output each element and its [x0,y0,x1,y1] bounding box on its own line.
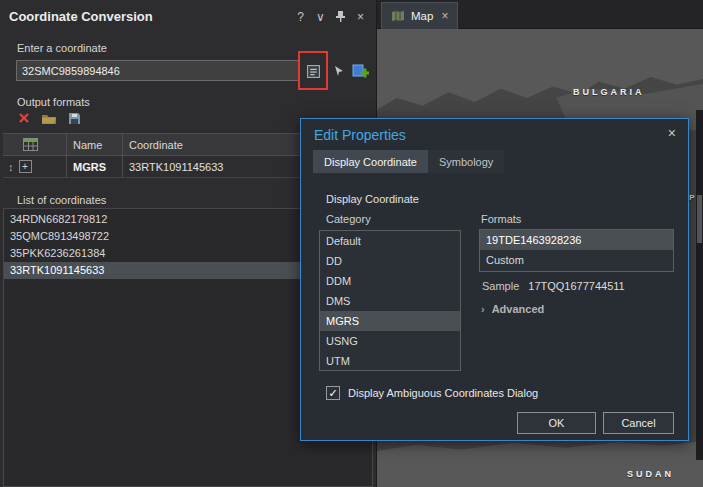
pin-icon [335,10,346,23]
table-fields-icon[interactable] [23,138,38,151]
map-tab-close-button[interactable]: × [441,9,448,23]
map-label-bulgaria: BULGARIA [573,87,645,97]
map-land-africa [377,439,703,487]
view-tab-bar: Map × [377,0,703,29]
output-formats-toolbar [15,110,83,126]
dialog-tab-strip: Display Coordinate Symbology [313,150,504,173]
map-pointer-icon [332,64,346,78]
add-coordinate-button[interactable] [350,61,371,81]
help-button[interactable]: ? [292,8,309,25]
delete-x-icon [18,112,30,124]
panel-title: Coordinate Conversion [9,9,153,24]
save-formats-button[interactable] [65,110,83,126]
reorder-handle-icon[interactable]: ↕ [8,161,14,173]
coordinate-input-label: Enter a coordinate [17,42,107,54]
category-item-ddm[interactable]: DDM [320,271,460,291]
help-icon: ? [297,10,304,24]
import-formats-button[interactable] [40,110,58,126]
map-tab-label: Map [411,10,433,22]
ambiguous-checkbox-row[interactable]: ✓ Display Ambiguous Coordinates Dialog [326,386,538,400]
format-name: MGRS [67,156,123,177]
panel-menu-button[interactable]: ∨ [312,8,329,25]
panel-close-button[interactable]: × [352,8,369,25]
format-item-selected[interactable]: 19TDE1463928236 [480,230,673,250]
map-point-tool-button[interactable] [328,61,349,81]
edit-properties-icon [306,64,321,79]
scrollbar-thumb[interactable] [697,195,702,243]
category-item-mgrs[interactable]: MGRS [320,311,460,331]
cancel-button[interactable]: Cancel [603,412,674,434]
category-item-utm[interactable]: UTM [320,351,460,371]
coordinate-input[interactable] [16,60,299,81]
category-item-usng[interactable]: USNG [320,331,460,351]
output-formats-label: Output formats [17,96,90,108]
formats-label: Formats [481,213,521,225]
delete-format-button[interactable] [15,110,33,126]
formats-list: 19TDE1463928236 Custom [479,229,674,272]
edit-properties-dialog: Edit Properties × Display Coordinate Sym… [300,118,689,441]
name-column-header[interactable]: Name [67,134,123,155]
folder-open-icon [41,112,57,125]
advanced-label: Advanced [492,303,545,315]
map-scrollbar[interactable] [696,110,703,460]
category-label: Category [326,213,371,225]
add-coordinate-icon [352,63,369,79]
list-of-coordinates-label: List of coordinates [17,194,106,206]
ambiguous-checkbox-label: Display Ambiguous Coordinates Dialog [348,387,538,399]
category-item-default[interactable]: Default [320,231,460,251]
sample-row: Sample17TQQ1677744511 [482,280,625,292]
app-window: Coordinate Conversion ? ∨ × Enter a coor… [0,0,703,487]
display-coordinate-group-label: Display Coordinate [326,193,419,205]
pin-button[interactable] [332,8,349,25]
check-icon: ✓ [328,388,337,399]
checkbox-checked: ✓ [326,386,340,400]
map-label-sudan: SUDAN [627,469,674,479]
close-icon: × [357,10,364,24]
sample-value: 17TQQ1677744511 [528,280,624,292]
format-item-custom[interactable]: Custom [480,250,673,270]
category-list: Default DD DDM DMS MGRS USNG UTM [319,230,461,371]
tab-symbology[interactable]: Symbology [428,150,504,173]
chevron-right-icon: › [481,303,485,315]
sample-label: Sample [482,280,519,292]
ok-button[interactable]: OK [517,412,596,434]
category-item-dd[interactable]: DD [320,251,460,271]
save-disk-icon [68,112,81,125]
edit-properties-button[interactable] [303,61,324,81]
tab-map[interactable]: Map × [381,2,458,29]
panel-header-buttons: ? ∨ × [292,8,369,25]
dialog-title: Edit Properties [314,127,406,143]
category-item-dms[interactable]: DMS [320,291,460,311]
tab-display-coordinate[interactable]: Display Coordinate [313,150,428,173]
expand-row-button[interactable]: + [19,160,32,173]
chevron-down-icon: ∨ [316,10,325,24]
map-icon [391,10,405,22]
dialog-close-button[interactable]: × [668,125,676,141]
advanced-expander[interactable]: ›Advanced [481,303,544,315]
